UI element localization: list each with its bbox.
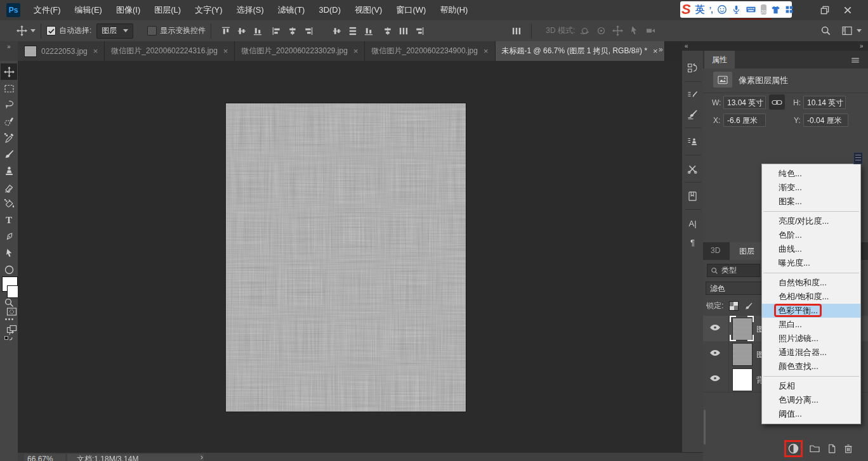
canvas-document[interactable] bbox=[226, 103, 466, 412]
menu-item-filter[interactable]: 滤镜(T) bbox=[271, 0, 312, 20]
tab-layers[interactable]: 图层 bbox=[730, 242, 764, 260]
document-tab-active[interactable]: 未标题-1 @ 66.7% (图层 1 拷贝, RGB/8#) * × bbox=[496, 41, 665, 61]
menu-item-file[interactable]: 文件(F) bbox=[27, 0, 68, 20]
menu-item-edit[interactable]: 编辑(E) bbox=[68, 0, 109, 20]
new-adjustment-layer-button[interactable] bbox=[787, 443, 799, 455]
delete-layer-button[interactable] bbox=[843, 443, 853, 454]
auto-select-checkbox[interactable] bbox=[46, 26, 56, 36]
menu-item-type[interactable]: 文字(Y) bbox=[188, 0, 229, 20]
new-group-button[interactable] bbox=[809, 443, 820, 454]
close-icon[interactable]: × bbox=[653, 46, 658, 56]
ellipse-shape-tool[interactable] bbox=[1, 261, 17, 278]
menu-item-hue-saturation[interactable]: 色相/饱和度... bbox=[762, 290, 860, 304]
menu-item-vibrance[interactable]: 自然饱和度... bbox=[762, 276, 860, 290]
layer-thumbnail[interactable] bbox=[732, 343, 753, 366]
document-tab[interactable]: 微信图片_20200602234900.jpg × bbox=[365, 41, 495, 61]
panel-menu-icon[interactable] bbox=[850, 56, 860, 65]
clone-stamp-tool[interactable] bbox=[1, 162, 17, 179]
layer-visibility-eye-icon[interactable] bbox=[709, 323, 723, 334]
toolbar-expand-chevron[interactable]: » bbox=[0, 41, 18, 61]
menu-item-invert[interactable]: 反相 bbox=[762, 379, 860, 393]
menu-item-levels[interactable]: 色阶... bbox=[762, 228, 860, 242]
restore-window-button[interactable] bbox=[820, 5, 830, 15]
microphone-icon[interactable] bbox=[732, 4, 741, 15]
distribute-spacing-icon[interactable] bbox=[511, 26, 522, 36]
paragraph-panel-icon[interactable]: ¶ bbox=[683, 233, 702, 252]
brushes-panel-icon[interactable] bbox=[683, 105, 702, 124]
menu-item-color-balance[interactable]: 色彩平衡... bbox=[762, 304, 860, 318]
auto-select-dropdown[interactable]: 图层 bbox=[96, 23, 133, 39]
quick-selection-tool[interactable] bbox=[1, 113, 17, 129]
align-top-edges-icon[interactable] bbox=[221, 26, 231, 36]
lock-image-pixels-icon[interactable] bbox=[744, 302, 753, 311]
collapse-panels-chevron[interactable]: « bbox=[685, 42, 688, 49]
menu-item-help[interactable]: 帮助(H) bbox=[433, 0, 475, 20]
height-field[interactable]: 10.14 英寸 bbox=[803, 96, 846, 109]
menu-item-image[interactable]: 图像(I) bbox=[109, 0, 147, 20]
menu-item-window[interactable]: 窗口(W) bbox=[389, 0, 433, 20]
menu-item-3d[interactable]: 3D(D) bbox=[312, 0, 348, 20]
eyedropper-tool[interactable] bbox=[1, 129, 17, 146]
new-layer-button[interactable] bbox=[827, 443, 837, 454]
menu-item-curves[interactable]: 曲线... bbox=[762, 242, 860, 256]
canvas-area[interactable] bbox=[18, 61, 682, 452]
menu-item-view[interactable]: 视图(V) bbox=[348, 0, 389, 20]
pen-tool[interactable] bbox=[1, 228, 17, 245]
close-icon[interactable]: × bbox=[483, 46, 489, 56]
link-dimensions-button[interactable] bbox=[769, 94, 785, 110]
menu-item-pattern[interactable]: 图案... bbox=[762, 195, 860, 209]
panel-resize-handle[interactable] bbox=[704, 410, 706, 445]
menu-item-solid-color[interactable]: 纯色... bbox=[762, 167, 860, 181]
close-icon[interactable]: × bbox=[353, 46, 358, 56]
keyboard-icon[interactable] bbox=[746, 4, 756, 15]
document-tab[interactable]: 02222053.jpg × bbox=[18, 41, 105, 61]
emoji-icon[interactable] bbox=[717, 4, 727, 15]
move-tool[interactable] bbox=[1, 63, 17, 80]
menu-item-color-lookup[interactable]: 颜色查找... bbox=[762, 360, 860, 373]
align-left-edges-icon[interactable] bbox=[272, 26, 282, 36]
workspace-arrow-icon[interactable] bbox=[857, 29, 862, 32]
layer-visibility-eye-icon[interactable] bbox=[709, 373, 723, 385]
close-icon[interactable]: × bbox=[223, 46, 228, 56]
workspace-switcher-icon[interactable] bbox=[841, 25, 853, 36]
layer-filter-dropdown[interactable]: 类型 bbox=[707, 264, 760, 277]
blend-mode-dropdown[interactable]: 滤色 bbox=[706, 282, 763, 295]
3d-camera-icon[interactable] bbox=[645, 25, 656, 36]
menu-item-select[interactable]: 选择(S) bbox=[229, 0, 270, 20]
align-horizontal-centers-icon[interactable] bbox=[287, 26, 298, 36]
libraries-panel-icon[interactable] bbox=[683, 186, 702, 205]
search-icon[interactable] bbox=[820, 25, 831, 36]
menu-item-photo-filter[interactable]: 照片滤镜... bbox=[762, 332, 860, 346]
x-field[interactable]: -6.6 厘米 bbox=[723, 114, 766, 127]
status-chevron-icon[interactable]: › bbox=[201, 453, 203, 461]
3d-pan-icon[interactable] bbox=[612, 25, 623, 36]
width-field[interactable]: 13.04 英寸 bbox=[723, 96, 766, 109]
ime-punctuation-icon[interactable]: ’, bbox=[709, 5, 713, 15]
lasso-tool[interactable] bbox=[1, 96, 17, 113]
document-tab[interactable]: 微信图片_20200602224316.jpg × bbox=[105, 41, 235, 61]
menu-item-threshold[interactable]: 阈值... bbox=[762, 407, 860, 421]
ime-coin-badge[interactable]: 20 bbox=[761, 4, 766, 15]
menu-item-gradient[interactable]: 渐变... bbox=[762, 181, 860, 195]
menu-item-black-white[interactable]: 黑白... bbox=[762, 318, 860, 332]
brush-settings-panel-icon[interactable] bbox=[683, 86, 702, 105]
menu-item-posterize[interactable]: 色调分离... bbox=[762, 393, 860, 407]
menu-item-channel-mixer[interactable]: 通道混合器... bbox=[762, 346, 860, 360]
distribute-right-edges-icon[interactable] bbox=[414, 26, 424, 36]
distribute-vertical-centers-icon[interactable] bbox=[348, 26, 358, 36]
brush-tool[interactable] bbox=[1, 146, 17, 162]
close-window-button[interactable] bbox=[843, 5, 853, 15]
skin-shirt-icon[interactable] bbox=[771, 5, 780, 15]
move-tool-preset-icon[interactable] bbox=[16, 25, 27, 36]
distribute-horizontal-centers-icon[interactable] bbox=[398, 26, 409, 36]
3d-orbit-icon[interactable] bbox=[579, 25, 590, 36]
close-icon[interactable]: × bbox=[93, 46, 98, 56]
tab-3d[interactable]: 3D bbox=[711, 246, 720, 255]
distribute-top-edges-icon[interactable] bbox=[332, 26, 342, 36]
tab-properties[interactable]: 属性 bbox=[704, 51, 735, 68]
menu-item-exposure[interactable]: 曝光度... bbox=[762, 256, 860, 270]
layer-thumbnail[interactable] bbox=[732, 318, 753, 341]
y-field[interactable]: -0.04 厘米 bbox=[803, 114, 848, 127]
tool-preset-arrow-icon[interactable] bbox=[30, 29, 36, 32]
marquee-tool[interactable] bbox=[1, 80, 17, 96]
